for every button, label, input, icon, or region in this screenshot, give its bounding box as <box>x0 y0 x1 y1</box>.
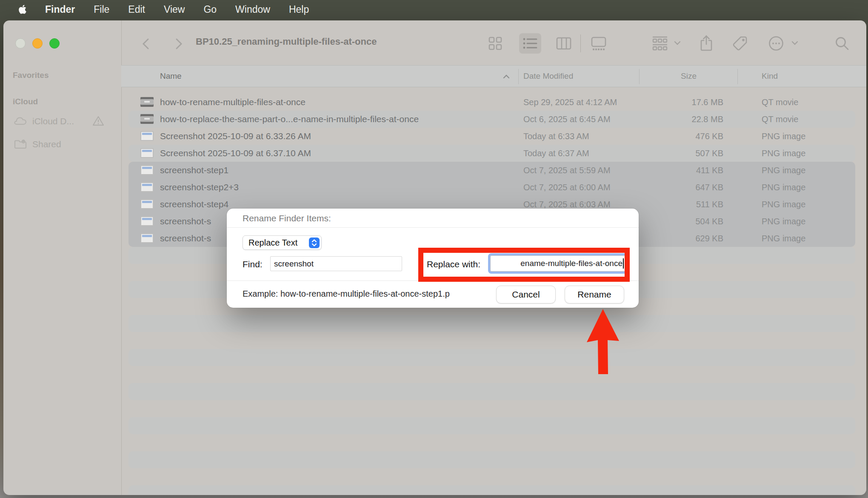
file-kind: QT movie <box>762 97 798 107</box>
sidebar: Favorites iCloud iCloud D... <box>3 20 121 495</box>
file-date-modified: Oct 7, 2025 at 6:00 AM <box>523 183 611 192</box>
zoom-button[interactable] <box>49 38 60 49</box>
sidebar-item-label: iCloud D... <box>32 116 74 126</box>
minimize-button[interactable] <box>32 38 43 49</box>
image-file-icon <box>140 199 154 209</box>
file-name: Screenshot 2025-10-09 at 6.33.26 AM <box>160 131 311 141</box>
file-date-modified: Oct 7, 2025 at 5:59 AM <box>523 166 611 175</box>
rename-mode-value: Replace Text <box>248 238 297 248</box>
file-size: 22.8 MB <box>638 114 723 124</box>
sidebar-section-favorites: Favorites <box>13 71 49 80</box>
file-row[interactable]: Screenshot 2025-10-09 at 6.37.10 AMToday… <box>128 145 855 162</box>
file-row[interactable]: screenshot-step2+3Oct 7, 2025 at 6:00 AM… <box>128 179 855 196</box>
file-kind: QT movie <box>762 114 798 124</box>
row-stripe <box>128 315 855 332</box>
file-kind: PNG image <box>762 234 805 243</box>
file-date-modified: Sep 29, 2025 at 4:12 AM <box>523 97 617 107</box>
file-kind: PNG image <box>762 149 805 158</box>
image-file-icon <box>140 233 154 243</box>
popup-chevrons-icon <box>309 238 320 248</box>
rename-mode-select[interactable]: Replace Text <box>243 235 322 250</box>
sidebar-item-icloud-drive[interactable]: iCloud D... <box>3 114 115 129</box>
menu-item-file[interactable]: File <box>94 4 109 15</box>
file-size: 647 KB <box>638 183 723 192</box>
file-date-modified: Today at 6:33 AM <box>523 132 589 141</box>
row-stripe <box>128 451 855 468</box>
file-date-modified: Oct 7, 2025 at 6:03 AM <box>523 200 611 209</box>
file-size: 507 KB <box>638 149 723 158</box>
file-kind: PNG image <box>762 200 805 209</box>
screen: FinderFileEditViewGoWindowHelp Favorites… <box>0 0 868 498</box>
close-button[interactable] <box>15 38 26 49</box>
menu-item-view[interactable]: View <box>164 4 185 15</box>
file-size: 511 KB <box>638 200 723 209</box>
file-name: Screenshot 2025-10-09 at 6.37.10 AM <box>160 148 311 158</box>
sidebar-item-shared[interactable]: Shared <box>3 137 115 152</box>
row-stripe <box>128 417 855 434</box>
file-size: 476 KB <box>638 132 723 141</box>
menu-item-go[interactable]: Go <box>203 4 217 15</box>
movie-file-icon <box>140 114 154 124</box>
cancel-button[interactable]: Cancel <box>496 286 556 303</box>
file-row[interactable]: how-to-replace-the-same-part-o...e-name-… <box>128 111 855 128</box>
file-name: screenshot-step4 <box>160 199 228 209</box>
file-name: screenshot-s <box>160 216 211 226</box>
find-input-value: screenshot <box>274 259 314 269</box>
image-file-icon <box>140 165 154 175</box>
row-stripe <box>128 485 855 495</box>
file-name: how-to-replace-the-same-part-o...e-name-… <box>160 114 419 124</box>
file-kind: PNG image <box>762 166 805 175</box>
file-name: screenshot-s <box>160 233 211 243</box>
find-input[interactable]: screenshot <box>270 256 402 271</box>
annotation-highlight-box <box>418 248 630 282</box>
menu-item-finder[interactable]: Finder <box>45 4 75 15</box>
menu-item-window[interactable]: Window <box>235 4 270 15</box>
menu-item-help[interactable]: Help <box>289 4 309 15</box>
file-kind: PNG image <box>762 132 805 141</box>
annotation-arrow-icon <box>579 306 630 379</box>
file-row[interactable]: Screenshot 2025-10-09 at 6.33.26 AMToday… <box>128 128 855 145</box>
apple-menu-icon[interactable] <box>18 4 27 15</box>
example-text: Example: how-to-rename-multiple-files-at… <box>243 289 497 299</box>
find-label: Find: <box>243 259 263 269</box>
sidebar-section-icloud: iCloud <box>13 97 38 106</box>
file-size: 629 KB <box>638 234 723 243</box>
dialog-divider <box>227 227 639 228</box>
file-name: screenshot-step1 <box>160 165 228 175</box>
cloud-icon <box>14 116 27 126</box>
file-size: 504 KB <box>638 217 723 226</box>
file-row[interactable]: how-to-rename-multiple-files-at-onceSep … <box>128 94 855 111</box>
image-file-icon <box>140 131 154 141</box>
file-date-modified: Today at 6:37 AM <box>523 149 589 158</box>
file-name: screenshot-step2+3 <box>160 182 239 192</box>
file-kind: PNG image <box>762 217 805 226</box>
file-date-modified: Oct 6, 2025 at 6:45 AM <box>523 114 611 124</box>
sidebar-item-label: Shared <box>32 139 61 149</box>
file-name: how-to-rename-multiple-files-at-once <box>160 97 306 107</box>
menu-item-edit[interactable]: Edit <box>128 4 145 15</box>
movie-file-icon <box>140 97 154 107</box>
image-file-icon <box>140 216 154 226</box>
warning-icon <box>92 115 104 126</box>
row-stripe <box>128 383 855 400</box>
row-stripe <box>128 349 855 366</box>
rename-button[interactable]: Rename <box>565 286 624 303</box>
window-controls <box>15 38 60 49</box>
image-file-icon <box>140 148 154 158</box>
file-size: 411 KB <box>638 166 723 175</box>
dialog-title: Rename Finder Items: <box>243 213 331 223</box>
shared-folder-icon <box>14 139 27 149</box>
file-kind: PNG image <box>762 183 805 192</box>
file-size: 17.6 MB <box>638 97 723 107</box>
file-row[interactable]: screenshot-step1Oct 7, 2025 at 5:59 AM41… <box>128 162 855 179</box>
menu-bar: FinderFileEditViewGoWindowHelp <box>0 0 868 19</box>
image-file-icon <box>140 182 154 192</box>
menu-items: FinderFileEditViewGoWindowHelp <box>45 0 309 19</box>
